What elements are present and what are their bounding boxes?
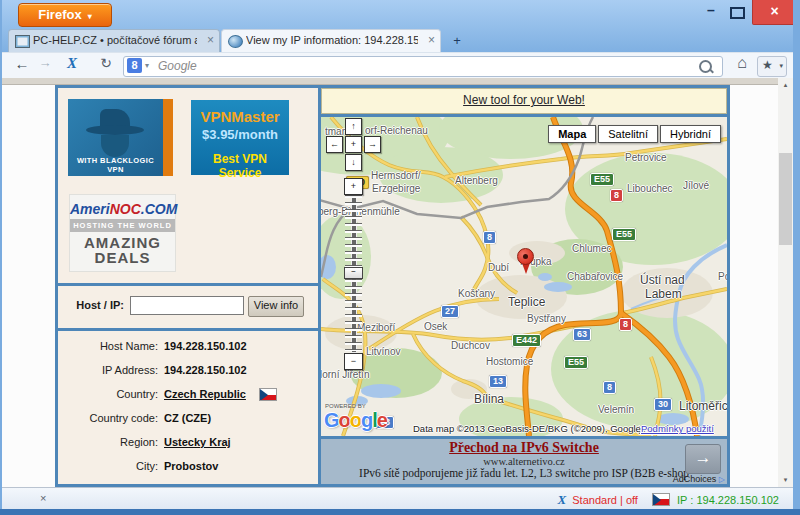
ad-stripe: [163, 99, 173, 176]
road-shield: E55: [612, 228, 636, 241]
info-row: Country code: CZ (CZE): [58, 407, 318, 431]
zoom-slider-handle[interactable]: −: [344, 267, 363, 279]
search-icon[interactable]: [699, 60, 712, 73]
map-button-mapa[interactable]: Mapa: [548, 125, 596, 143]
ad-title: AmeriNOC.COM: [70, 201, 175, 217]
map-label: Labem: [645, 287, 682, 301]
sidebar: WITH BLACKLOGIC VPN VPNMaster $3.95/mont…: [58, 88, 318, 484]
map-label: Libouchec: [627, 183, 673, 194]
tab-title: View my IP information: 194.228.150....: [246, 34, 418, 46]
region-link[interactable]: Ustecky Kraj: [164, 436, 231, 448]
page-content: WITH BLACKLOGIC VPN VPNMaster $3.95/mont…: [2, 78, 778, 487]
map-label: Košťany: [458, 288, 495, 299]
chevron-down-icon: ▾: [779, 62, 783, 70]
pan-left-button[interactable]: ←: [326, 136, 343, 153]
firefox-menu-button[interactable]: Firefox▾: [18, 3, 112, 27]
top-banner: New tool for your Web!: [321, 88, 727, 114]
czech-flag-icon: [259, 388, 277, 401]
road-shield: 30: [654, 398, 672, 411]
google-map[interactable]: tmann orf-Reichenau Hermsdorf/ Erzgebirg…: [321, 117, 727, 436]
google-engine-icon[interactable]: 8: [127, 58, 142, 73]
ad-caption: WITH BLACKLOGIC VPN: [68, 156, 163, 174]
close-window-button[interactable]: ×: [752, 0, 797, 25]
ad-url: www.alternetivo.cz: [321, 456, 727, 467]
czech-flag-icon[interactable]: [652, 493, 670, 506]
scroll-up-button[interactable]: ▴: [778, 78, 793, 92]
proxy-extension-icon[interactable]: X: [62, 55, 82, 72]
map-label: Petrovice: [625, 152, 667, 163]
ipv6-ad-banner[interactable]: Přechod na IPv6 Switche www.alternetivo.…: [321, 439, 727, 484]
proxy-extension-icon[interactable]: X: [558, 492, 567, 507]
home-button[interactable]: ⌂: [731, 54, 753, 72]
country-link[interactable]: Czech Republic: [164, 388, 246, 400]
host-ip-field[interactable]: [130, 296, 244, 315]
ad-next-button[interactable]: →: [685, 444, 721, 474]
map-label: Dubí: [488, 262, 509, 273]
amerinoc-ad[interactable]: AmeriNOC.COM HOSTING THE WORLD AMAZINGDE…: [69, 194, 176, 272]
pan-right-button[interactable]: →: [364, 136, 381, 153]
ad-body: IPv6 sítě podporujeme již řadu let. L2, …: [321, 467, 727, 479]
title-bar: Firefox▾ – × PC-HELP.CZ • počítačové fór…: [0, 0, 800, 52]
back-button[interactable]: ←: [12, 55, 32, 72]
chevron-down-icon: ▾: [88, 12, 92, 21]
page-frame: WITH BLACKLOGIC VPN VPNMaster $3.95/mont…: [55, 85, 730, 487]
map-label: Litoměřice: [679, 399, 727, 413]
search-input[interactable]: 8 ▾ Google: [123, 56, 723, 77]
bookmarks-button[interactable]: ★ ▾: [757, 56, 787, 77]
ip-status: IP : 194.228.150.102: [677, 494, 779, 506]
map-button-satelitni[interactable]: Satelitní: [598, 125, 658, 143]
page-top-strip: [2, 78, 778, 85]
zoom-in-button[interactable]: +: [344, 178, 363, 195]
info-row: City: Probostov: [58, 455, 318, 479]
ad-title: VPNMaster: [191, 108, 289, 125]
proxy-mode-status[interactable]: Standard | off: [572, 494, 638, 506]
map-label: Horní Jiřetín: [321, 369, 369, 380]
blacklogic-vpn-ad[interactable]: WITH BLACKLOGIC VPN: [68, 99, 173, 176]
google-logo[interactable]: Google: [324, 409, 387, 432]
vpnmaster-ad[interactable]: VPNMaster $3.95/month Best VPN Service: [191, 100, 289, 175]
addon-bar: × X Standard | off IP : 194.228.150.102: [2, 487, 793, 510]
map-label: Litvínov: [366, 346, 400, 357]
scroll-down-button[interactable]: ▾: [778, 473, 793, 487]
main-column: New tool for your Web!: [321, 88, 727, 484]
zoom-out-button[interactable]: −: [344, 353, 363, 370]
scrollbar-thumb[interactable]: [779, 153, 792, 245]
banner-link[interactable]: New tool for your Web!: [463, 93, 585, 107]
pan-center-button[interactable]: +: [345, 136, 362, 153]
road-shield: 13: [489, 375, 507, 388]
map-label: Chlumec: [572, 243, 611, 254]
ad-title-link[interactable]: Přechod na IPv6 Switche: [321, 440, 727, 456]
close-icon[interactable]: ×: [40, 492, 46, 504]
map-label: Chabařovice: [567, 271, 623, 282]
map-type-controls: MapaSatelitníHybridní: [546, 124, 721, 143]
status-cluster: X Standard | off IP : 194.228.150.102: [558, 492, 779, 508]
info-row: Host Name: 194.228.150.102: [58, 335, 318, 359]
adchoices-link[interactable]: AdChoices ▷: [673, 474, 725, 484]
window-border: [793, 0, 800, 515]
close-icon[interactable]: ×: [428, 33, 435, 47]
map-label: Po: [718, 271, 727, 282]
tab-pchelp[interactable]: PC-HELP.CZ • počítačové fórum a pc... ×: [8, 29, 220, 53]
pan-down-button[interactable]: ↓: [345, 154, 362, 171]
new-tab-button[interactable]: +: [446, 33, 468, 50]
road-shield: 8: [619, 318, 632, 331]
chevron-down-icon[interactable]: ▾: [145, 61, 149, 70]
maximize-button[interactable]: [726, 2, 748, 22]
pan-up-button[interactable]: ↑: [345, 118, 362, 135]
location-marker-icon: [517, 248, 534, 275]
spy-face-icon: [101, 135, 129, 157]
forward-button[interactable]: →: [36, 55, 54, 70]
reload-button[interactable]: ↻: [96, 55, 116, 71]
road-shield: E55: [564, 356, 588, 369]
star-icon: ★: [762, 58, 773, 72]
minimize-button[interactable]: –: [700, 2, 722, 22]
map-button-hybridni[interactable]: Hybridní: [660, 125, 721, 143]
terms-link[interactable]: Podmínky použití: [641, 423, 714, 434]
view-info-button[interactable]: View info: [248, 296, 304, 317]
info-row: IP Address: 194.228.150.102: [58, 359, 318, 383]
vertical-scrollbar[interactable]: ▴ ▾: [778, 78, 793, 487]
ad-deal-line: AMAZINGDEALS: [70, 235, 175, 265]
maximize-icon: [730, 7, 745, 19]
close-icon[interactable]: ×: [207, 33, 214, 47]
tab-ip-information[interactable]: View my IP information: 194.228.150.... …: [221, 29, 441, 53]
